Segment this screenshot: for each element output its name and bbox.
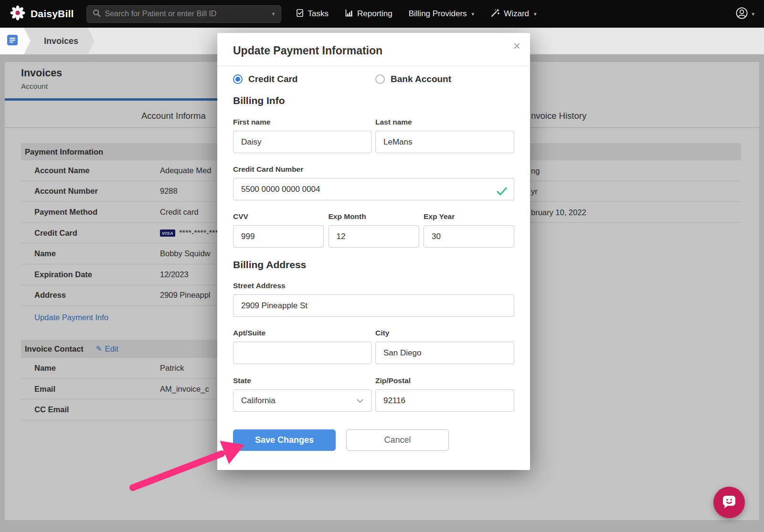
exp-month-label: Exp Month xyxy=(329,212,419,221)
chevron-down-icon: ▾ xyxy=(752,11,754,17)
nav-wizard[interactable]: Wizard ▾ xyxy=(490,8,536,20)
radio-unselected-icon xyxy=(375,74,385,84)
nav-tasks[interactable]: Tasks xyxy=(296,9,329,20)
first-name-label: First name xyxy=(233,118,371,126)
street-address-input[interactable] xyxy=(233,294,514,317)
first-name-input[interactable] xyxy=(233,131,371,153)
radio-bank-account-label: Bank Account xyxy=(391,74,451,84)
brand[interactable]: DaisyBill xyxy=(10,5,74,23)
invoices-page-icon xyxy=(7,35,18,47)
billing-info-heading: Billing Info xyxy=(233,95,514,106)
global-search[interactable]: ▾ xyxy=(86,5,281,23)
exp-year-input[interactable] xyxy=(424,225,514,248)
state-select[interactable]: California xyxy=(233,389,371,412)
search-icon xyxy=(93,9,101,19)
tasks-icon xyxy=(296,9,304,20)
close-icon[interactable]: × xyxy=(513,40,520,52)
brand-name: DaisyBill xyxy=(31,8,74,20)
radio-credit-card-label: Credit Card xyxy=(248,74,297,84)
card-number-label: Credit Card Number xyxy=(233,165,514,174)
cvv-label: CVV xyxy=(233,212,324,221)
chevron-down-icon: ▾ xyxy=(472,11,475,17)
exp-month-input[interactable] xyxy=(329,225,419,248)
reporting-icon xyxy=(345,9,353,20)
modal-title: Update Payment Information xyxy=(233,44,514,57)
cancel-button[interactable]: Cancel xyxy=(346,429,449,451)
daisybill-logo-icon xyxy=(10,5,26,23)
chat-bubble-icon xyxy=(721,493,738,512)
search-input[interactable] xyxy=(105,10,268,18)
exp-year-label: Exp Year xyxy=(424,212,514,221)
city-input[interactable] xyxy=(375,342,514,364)
user-menu[interactable]: ▾ xyxy=(735,7,754,21)
search-dropdown-caret-icon[interactable]: ▾ xyxy=(272,10,275,17)
nav-billing-providers-label: Billing Providers xyxy=(409,9,467,19)
valid-check-icon xyxy=(496,187,508,198)
breadcrumb-invoices[interactable]: Invoices xyxy=(24,28,95,54)
last-name-label: Last name xyxy=(375,118,514,126)
chat-widget[interactable] xyxy=(713,487,745,518)
city-label: City xyxy=(375,329,514,337)
last-name-input[interactable] xyxy=(375,131,514,153)
apt-suite-input[interactable] xyxy=(233,342,371,364)
radio-selected-icon xyxy=(233,74,243,84)
chevron-down-icon: ▾ xyxy=(534,11,537,17)
nav-reporting-label: Reporting xyxy=(357,9,393,19)
user-avatar-icon xyxy=(735,7,748,21)
nav-wizard-label: Wizard xyxy=(504,9,529,19)
radio-credit-card[interactable]: Credit Card xyxy=(233,74,375,84)
top-navbar: DaisyBill ▾ Tasks xyxy=(0,0,764,28)
state-select-value: California xyxy=(241,396,276,406)
apt-suite-label: Apt/Suite xyxy=(233,329,371,337)
payment-type-radios: Credit Card Bank Account xyxy=(233,74,514,84)
nav-reporting[interactable]: Reporting xyxy=(345,9,393,20)
card-number-input[interactable] xyxy=(233,178,514,200)
radio-bank-account[interactable]: Bank Account xyxy=(375,74,451,84)
zip-input[interactable] xyxy=(375,389,514,412)
state-label: State xyxy=(233,376,371,385)
update-payment-modal: Update Payment Information × Credit Card… xyxy=(217,33,530,470)
zip-label: Zip/Postal xyxy=(375,376,514,385)
wand-icon xyxy=(490,8,500,20)
street-address-label: Street Address xyxy=(233,282,514,290)
cvv-input[interactable] xyxy=(233,225,324,248)
save-changes-button[interactable]: Save Changes xyxy=(233,429,336,451)
billing-address-heading: Billing Address xyxy=(233,259,514,271)
nav-billing-providers[interactable]: Billing Providers ▾ xyxy=(409,9,474,19)
chevron-down-icon xyxy=(357,396,363,406)
nav-tasks-label: Tasks xyxy=(308,9,329,19)
